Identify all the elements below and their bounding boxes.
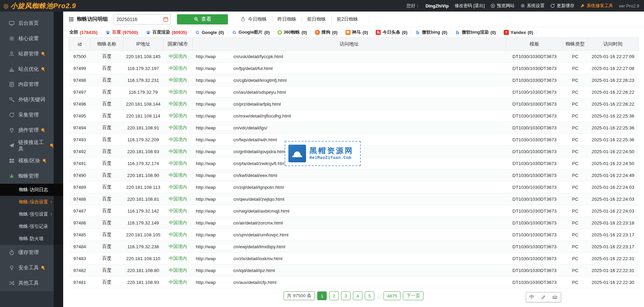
table-row[interactable]: 97500百度220.181.108.145中国境内http://wapcn/u… [69,51,639,62]
sidebar-item-label: 蜘蛛管理 [18,173,39,179]
cell-id: 97496 [69,98,91,110]
table-row[interactable]: 97487百度116.179.32.142中国境内http://wapcn/rw… [69,205,639,217]
change-password-link[interactable]: 修改密码 [退出] [454,3,485,9]
pen-icon[interactable] [541,295,546,300]
table-row[interactable]: 97488百度220.181.108.81中国境内http://wapcn/qw… [69,193,639,205]
table-row[interactable]: 97498百度116.179.32.231中国境内http://wapcn/cg… [69,74,639,86]
page-button-4[interactable]: 4 [353,291,362,300]
table-row[interactable]: 97495百度220.181.108.114中国境内http://wapcn/m… [69,110,639,122]
sidebar-item-缓存管理[interactable]: 缓存管理 [0,245,54,260]
cell-visit-url[interactable]: http://wapcn/sjm/detail/umfiovpc.html [193,229,506,241]
view-button[interactable]: 查看 [177,14,228,24]
refresh-cache-link[interactable]: 更新缓存 [550,3,574,9]
cell-visit-time: 2025-01-16 22:26:23 [588,74,639,86]
page-button-1[interactable]: 1 [317,291,327,300]
cell-visit-url[interactable]: http://wapcn/zql/detail/lgnpotn.html [193,181,506,193]
quick-link-yesterday[interactable]: 昨日蜘蛛 [272,16,302,22]
filter-label: 百度 [112,29,121,35]
table-row[interactable]: 97499百度116.179.32.197中国境内http://wapcn/fj… [69,62,639,74]
calendar-icon[interactable] [163,17,168,22]
filter-Yandex[interactable]: YYandex(0) [500,30,537,35]
sidebar-item-站群管理[interactable]: 站群管理 [0,46,54,61]
cell-visit-url[interactable]: http://wapcn/ewj/detail/lmxtbpy.html [193,241,506,253]
cell-visit-url[interactable]: http://wapcn/iqd/detail/ipz.html [193,265,506,276]
filter-神马[interactable]: 神神马(0) [342,29,372,35]
sidebar-item-后台首页[interactable]: 后台首页 [0,16,54,31]
sidebar-item-链接推送工具[interactable]: 链接推送工具 [0,138,54,153]
table-row[interactable]: 97482百度220.181.108.80中国境内http://wapcn/iq… [69,265,639,276]
sidebar-item-站点优化[interactable]: 站点优化 [0,61,54,77]
table-row[interactable]: 97494百度220.181.108.91中国境内http://wapcn/vd… [69,122,639,134]
sidebar-item-label: 站群管理 [18,51,39,57]
cell-visit-url[interactable]: http://wapcn/rwg/detail/axblcmqjl.html [193,205,506,217]
sidebar-item-模板/区块[interactable]: 模板/区块 [0,153,54,168]
filter-微软bing渲染[interactable]: b微软bing渲染(0) [451,29,500,35]
cell-visit-url[interactable]: http://wapcn/cgb/detail/krogtmfj.html [193,74,506,86]
filter-微软bing[interactable]: b微软bing(0) [411,29,451,35]
cell-visit-url[interactable]: http://wapcn/air/detail/zorcmx.html [193,217,506,229]
cell-id: 97493 [69,134,91,146]
sidebar-item-插件管理[interactable]: 插件管理 [0,123,54,138]
quick-link-day-before[interactable]: 前日蜘蛛 [302,16,332,22]
page-button-2[interactable]: 2 [329,291,339,300]
url-domain-mask [216,173,233,178]
sidebar-item-其他工具[interactable]: 其他工具 [0,275,54,291]
cell-visit-url[interactable]: http://wapcn/mxw/detail/njftocdhg.html [193,110,506,122]
cell-visit-url[interactable]: http://wapcn/prz/detail/arfplq.html [193,98,506,110]
sidebar-item-蜘蛛管理[interactable]: 蜘蛛管理 [0,168,54,184]
filter-百度[interactable]: 百度(97500) [102,29,142,35]
system-settings-link[interactable]: 系统设置 [520,3,544,9]
filter-全部[interactable]: 全部(178435) [69,29,102,35]
table-row[interactable]: 97490百度220.181.108.90中国境内http://wapcn/kw… [69,169,639,181]
sidebar-item-核心设置[interactable]: 核心设置 [0,31,54,46]
table-row[interactable]: 97485百度220.181.108.105中国境内http://wapcn/s… [69,229,639,241]
page-button-last[interactable]: 4875 [383,291,400,300]
cell-visit-url[interactable]: http://wapcn/kwf/detail/eex.html [193,169,506,181]
filter-label: 搜狗 [322,29,330,35]
cell-visit-url[interactable]: http://wapcn/zlx/detail/ioxkmv.html [193,253,506,265]
next-page-button[interactable]: 下一页 [403,291,424,300]
cell-visit-time: 2025-01-16 22:22:30 [588,276,639,288]
ime-toolbar[interactable]: 中 [526,292,561,302]
page-button-3[interactable]: 3 [341,291,351,300]
ime-lang-indicator[interactable]: 中 [530,294,534,300]
system-repair-link[interactable]: 系统修复工具 [580,3,613,9]
preview-site-link[interactable]: 预览网站 [490,3,515,9]
table-row[interactable]: 97496百度220.181.108.144中国境内http://wapcn/p… [69,98,639,110]
page-button-5[interactable]: 5 [365,291,374,300]
filter-360蜘蛛[interactable]: 360蜘蛛(0) [274,29,311,35]
table-row[interactable]: 97483百度220.181.108.110中国境内http://wapcn/z… [69,253,639,265]
table-row[interactable]: 97497百度116.179.32.79中国境内http://wapcn/ias… [69,86,639,98]
filter-Google图片[interactable]: GGoogle图片(0) [228,29,274,35]
cell-visit-url[interactable]: http://wapcn/vdc/detail/lgs/ [193,122,506,134]
sidebar-subitem-蜘蛛·综合设置[interactable]: 蜘蛛·综合设置↑ [0,196,63,208]
quick-link-two-days-ago[interactable]: 前2日蜘蛛 [332,16,363,22]
table-row[interactable]: 97489百度220.181.108.113中国境内http://wapcn/z… [69,181,639,193]
date-input[interactable] [113,14,171,24]
table-row[interactable]: 97481百度220.181.108.93中国境内http://wapcn/au… [69,276,639,288]
table-row[interactable]: 97484百度116.179.32.238中国境内http://wapcn/ew… [69,241,639,253]
sidebar-item-采集管理[interactable]: 采集管理 [0,107,54,123]
cell-visit-url[interactable]: http://wapcn/qwu/detail/zwjtqo.html [193,193,506,205]
filter-搜狗[interactable]: S搜狗(0) [311,29,342,35]
sidebar-subitem-蜘蛛·访问日志[interactable]: 蜘蛛·访问日志 [0,184,63,196]
cell-visit-url[interactable]: http://wapcn/ias/detail/sdspeyu.html [193,86,506,98]
filter-今日头条[interactable]: 头今日头条(0) [372,29,411,35]
keyboard-icon[interactable] [552,295,557,300]
filter-label: Google [202,30,217,35]
cell-visit-url[interactable]: http://wapcn/fjq/detail/ful.html [193,62,506,74]
sidebar-item-内容管理[interactable]: 内容管理 [0,77,54,92]
sidebar-subitem-蜘蛛·强引记录[interactable]: 蜘蛛·强引记录 [0,220,63,233]
quick-link-today[interactable]: 今日蜘蛛 [235,16,272,22]
sidebar-item-外链/关键词[interactable]: 外链/关键词 [0,92,54,107]
cell-visit-url[interactable]: http://wapcn/usk/detail/fyccpk.html [193,51,506,62]
sidebar-subitem-蜘蛛·强引设置[interactable]: 蜘蛛·强引设置↑ [0,208,63,220]
cell-visit-url[interactable]: http://wapcn/aux/detail/cfp.html [193,276,506,288]
username[interactable]: DingZhiVip [426,3,449,8]
cell-ip: 220.181.108.113 [123,181,163,193]
sidebar-subitem-蜘蛛·防火墙[interactable]: 蜘蛛·防火墙 [0,233,63,245]
sidebar-item-安全工具[interactable]: 安全工具 [0,260,54,275]
filter-Google[interactable]: GGoogle(0) [191,30,228,35]
table-row[interactable]: 97486百度116.179.32.149中国境内http://wapcn/ai… [69,217,639,229]
filter-百度渲染[interactable]: 百度渲染(80935) [142,29,191,35]
